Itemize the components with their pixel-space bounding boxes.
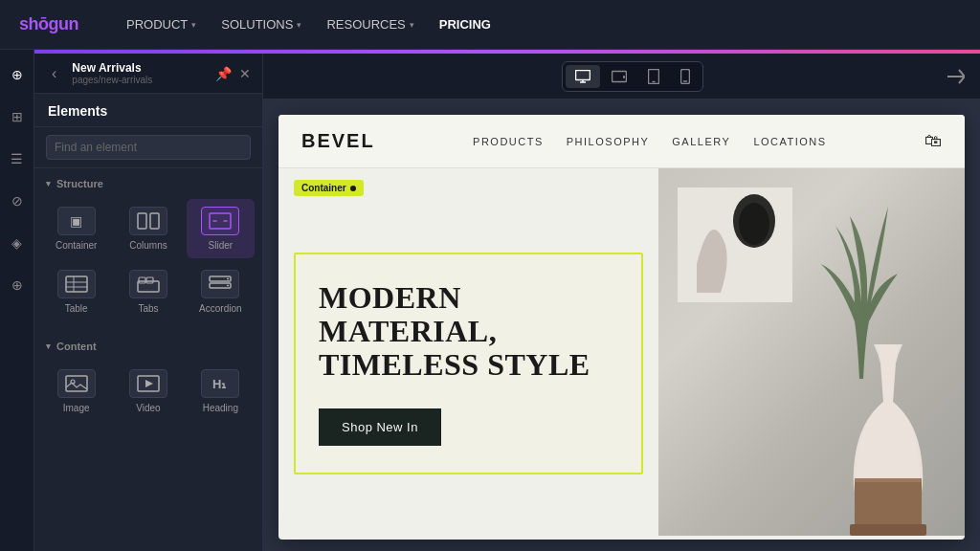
viewport-tablet-landscape-button[interactable] bbox=[602, 65, 636, 88]
element-heading[interactable]: H₁ Heading bbox=[187, 362, 255, 421]
site-cart-icon[interactable]: 🛍 bbox=[924, 131, 942, 151]
solutions-chevron: ▾ bbox=[297, 20, 301, 30]
svg-text:H₁: H₁ bbox=[212, 377, 227, 391]
components-icon[interactable]: ◈ bbox=[4, 230, 31, 256]
website-preview: BEVEL PRODUCTS PHILOSOPHY GALLERY LOCATI… bbox=[278, 115, 965, 540]
site-hero-image bbox=[658, 168, 965, 536]
site-nav-locations[interactable]: LOCATIONS bbox=[753, 136, 826, 147]
search-bar bbox=[34, 127, 262, 168]
svg-rect-11 bbox=[146, 277, 153, 283]
container-label-tag: Container bbox=[294, 180, 364, 196]
pedestal-decoration bbox=[840, 478, 936, 536]
image-label: Image bbox=[63, 403, 90, 413]
hero-headline: MODERN MATERIAL,TIMELESS STYLE bbox=[319, 281, 618, 383]
video-label: Video bbox=[136, 403, 160, 413]
svg-rect-0 bbox=[138, 213, 146, 229]
layers-icon[interactable]: ⊞ bbox=[4, 103, 31, 130]
columns-label: Columns bbox=[129, 240, 167, 251]
accordion-icon bbox=[201, 270, 239, 298]
content-arrow: ▾ bbox=[46, 342, 51, 351]
table-icon bbox=[57, 270, 96, 298]
close-icon[interactable]: ✕ bbox=[239, 66, 251, 81]
sidebar-icon-column: ⊕ ⊞ ☰ ⊘ ◈ ⊕ bbox=[0, 50, 34, 551]
svg-rect-35 bbox=[850, 524, 926, 536]
svg-point-33 bbox=[739, 203, 769, 245]
svg-rect-10 bbox=[139, 277, 145, 283]
sidebar-inner: ‹ New Arrivals pages/new-arrivals 📌 ✕ El… bbox=[34, 54, 262, 551]
nav-links: PRODUCT ▾ SOLUTIONS ▾ RESOURCES ▾ PRICIN… bbox=[117, 11, 501, 37]
resources-chevron: ▾ bbox=[410, 20, 414, 30]
nav-product[interactable]: PRODUCT ▾ bbox=[117, 11, 206, 37]
columns-icon bbox=[129, 207, 167, 235]
svg-rect-1 bbox=[150, 213, 159, 229]
page-title: New Arrivals bbox=[72, 61, 215, 75]
pages-icon[interactable]: ☰ bbox=[4, 145, 31, 172]
svg-rect-5 bbox=[66, 276, 87, 292]
svg-rect-31 bbox=[678, 187, 792, 302]
element-video[interactable]: Video bbox=[114, 362, 182, 421]
editor-area: ⊕ ⊞ ☰ ⊘ ◈ ⊕ ‹ New Arrivals pages/new-arr… bbox=[0, 54, 980, 551]
canvas-area: BEVEL PRODUCTS PHILOSOPHY GALLERY LOCATI… bbox=[263, 54, 980, 551]
tabs-icon bbox=[129, 270, 167, 298]
nav-pricing[interactable]: PRICING bbox=[430, 11, 501, 37]
table-label: Table bbox=[65, 303, 88, 314]
viewport-controls bbox=[562, 61, 703, 92]
viewport-mobile-button[interactable] bbox=[671, 65, 700, 88]
content-element-grid: Image Video H₁ Heading bbox=[34, 358, 262, 430]
viewport-desktop-button[interactable] bbox=[566, 65, 600, 88]
element-slider[interactable]: Slider bbox=[187, 199, 255, 258]
app-logo: shōgun bbox=[19, 14, 78, 34]
image-icon bbox=[57, 369, 96, 398]
svg-rect-34 bbox=[855, 478, 922, 526]
accordion-label: Accordion bbox=[199, 303, 241, 314]
structure-element-grid: ▣ Container Columns Slider bbox=[34, 195, 262, 331]
element-container[interactable]: ▣ Container bbox=[42, 199, 110, 258]
svg-rect-16 bbox=[66, 376, 87, 391]
site-nav-gallery[interactable]: GALLERY bbox=[672, 136, 730, 147]
tabs-label: Tabs bbox=[138, 303, 158, 314]
site-navigation: BEVEL PRODUCTS PHILOSOPHY GALLERY LOCATI… bbox=[278, 115, 965, 168]
page-info: New Arrivals pages/new-arrivals bbox=[72, 61, 215, 85]
viewport-tablet-portrait-button[interactable] bbox=[638, 65, 669, 88]
canvas-content: BEVEL PRODUCTS PHILOSOPHY GALLERY LOCATI… bbox=[263, 99, 980, 551]
site-nav-links: PRODUCTS PHILOSOPHY GALLERY LOCATIONS bbox=[473, 136, 827, 147]
elements-title: Elements bbox=[48, 103, 107, 119]
video-icon bbox=[129, 369, 167, 398]
svg-rect-36 bbox=[855, 478, 922, 482]
page-path: pages/new-arrivals bbox=[72, 75, 215, 85]
slider-label: Slider bbox=[209, 240, 234, 251]
slider-icon bbox=[201, 207, 239, 235]
left-sidebar: ‹ New Arrivals pages/new-arrivals 📌 ✕ El… bbox=[0, 54, 263, 551]
site-nav-products[interactable]: PRODUCTS bbox=[473, 136, 544, 147]
site-hero: Container MODERN MATERIAL,TIMELESS STYLE… bbox=[278, 168, 658, 536]
hero-cta-button[interactable]: Shop New In bbox=[319, 408, 441, 446]
wall-art-decoration bbox=[678, 187, 792, 302]
bookmark-icon[interactable]: ⊘ bbox=[4, 187, 31, 214]
edit-indicator bbox=[350, 186, 356, 191]
site-logo: BEVEL bbox=[301, 130, 375, 152]
element-table[interactable]: Table bbox=[42, 262, 110, 321]
site-nav-philosophy[interactable]: PHILOSOPHY bbox=[567, 136, 650, 147]
sidebar-top-actions: 📌 ✕ bbox=[215, 66, 251, 81]
sidebar-top-bar: ‹ New Arrivals pages/new-arrivals 📌 ✕ bbox=[34, 54, 262, 94]
canvas-top-bar bbox=[263, 54, 980, 99]
container-icon: ▣ bbox=[57, 207, 96, 235]
svg-rect-21 bbox=[575, 70, 590, 79]
element-image[interactable]: Image bbox=[42, 362, 110, 421]
heading-icon: H₁ bbox=[201, 369, 239, 398]
search-input[interactable] bbox=[46, 135, 251, 160]
structure-section-label: ▾ Structure bbox=[34, 168, 262, 195]
back-button[interactable]: ‹ bbox=[46, 63, 62, 84]
canvas-exit-button[interactable] bbox=[947, 68, 965, 85]
pin-icon[interactable]: 📌 bbox=[215, 66, 232, 81]
nav-resources[interactable]: RESOURCES ▾ bbox=[317, 11, 423, 37]
top-navigation: shōgun PRODUCT ▾ SOLUTIONS ▾ RESOURCES ▾… bbox=[0, 0, 980, 50]
element-accordion[interactable]: Accordion bbox=[187, 262, 255, 321]
nav-solutions[interactable]: SOLUTIONS ▾ bbox=[212, 11, 311, 37]
element-columns[interactable]: Columns bbox=[114, 199, 182, 258]
product-chevron: ▾ bbox=[191, 20, 196, 30]
element-tabs[interactable]: Tabs bbox=[114, 262, 182, 321]
move-icon[interactable]: ⊕ bbox=[4, 272, 31, 298]
add-element-icon[interactable]: ⊕ bbox=[4, 61, 31, 88]
content-section-label: ▾ Content bbox=[34, 331, 262, 358]
